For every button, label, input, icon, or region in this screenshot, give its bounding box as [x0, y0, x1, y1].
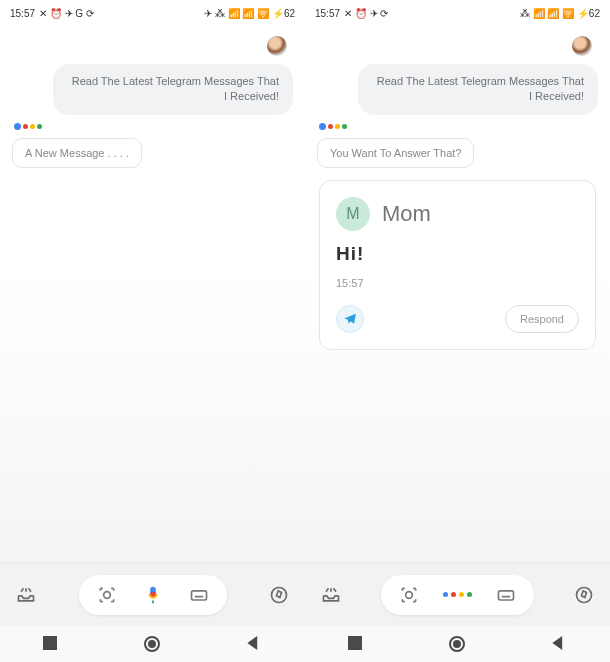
microphone-icon[interactable] — [141, 583, 165, 607]
inbox-icon[interactable] — [319, 583, 343, 607]
bottom-bar — [305, 562, 610, 626]
keyboard-icon[interactable] — [494, 583, 518, 607]
nav-back-icon[interactable] — [551, 636, 567, 652]
user-message-bubble: Read The Latest Telegram Messages That I… — [358, 64, 598, 115]
nav-home-icon[interactable] — [449, 636, 465, 652]
contact-name: Mom — [382, 201, 431, 227]
nav-home-icon[interactable] — [144, 636, 160, 652]
assistant-reply-bubble: You Want To Answer That? — [317, 138, 474, 168]
chat-area: Read The Latest Telegram Messages That I… — [0, 26, 305, 562]
inbox-icon[interactable] — [14, 583, 38, 607]
status-icons-right: ⁂ 📶 📶 🛜 ⚡62 — [520, 8, 600, 19]
nav-recent-icon[interactable] — [348, 636, 364, 652]
user-avatar[interactable] — [267, 36, 287, 56]
svg-point-0 — [103, 591, 110, 598]
nav-bar — [305, 626, 610, 662]
input-pill — [79, 575, 227, 615]
user-message-bubble: Read The Latest Telegram Messages That I… — [53, 64, 293, 115]
google-dots-icon[interactable] — [443, 592, 472, 597]
nav-recent-icon[interactable] — [43, 636, 59, 652]
assistant-icon — [12, 123, 293, 130]
nav-bar — [0, 626, 305, 662]
status-icons-right: ✈ ⁂ 📶 📶 🛜 ⚡62 — [204, 8, 295, 19]
compass-icon[interactable] — [572, 583, 596, 607]
telegram-icon[interactable] — [336, 305, 364, 333]
status-bar: 15:57 ✕ ⏰ ✈ G ⟳ ✈ ⁂ 📶 📶 🛜 ⚡62 — [0, 0, 305, 26]
message-body: Hi! — [336, 243, 579, 265]
bottom-bar — [0, 562, 305, 626]
svg-point-6 — [406, 591, 413, 598]
lens-icon[interactable] — [95, 583, 119, 607]
svg-point-5 — [148, 640, 156, 648]
keyboard-icon[interactable] — [187, 583, 211, 607]
status-time: 15:57 — [315, 8, 340, 19]
svg-rect-3 — [43, 636, 57, 650]
status-bar: 15:57 ✕ ⏰ ✈ ⟳ ⁂ 📶 📶 🛜 ⚡62 — [305, 0, 610, 26]
assistant-icon — [317, 123, 598, 130]
message-card: M Mom Hi! 15:57 Respond — [319, 180, 596, 350]
nav-back-icon[interactable] — [246, 636, 262, 652]
assistant-reply-bubble: A New Message . . . . — [12, 138, 142, 168]
lens-icon[interactable] — [397, 583, 421, 607]
input-pill — [381, 575, 534, 615]
message-time: 15:57 — [336, 277, 579, 289]
status-icons-left: ✕ ⏰ ✈ ⟳ — [344, 8, 388, 19]
svg-point-11 — [453, 640, 461, 648]
respond-button[interactable]: Respond — [505, 305, 579, 333]
chat-area: Read The Latest Telegram Messages That I… — [305, 26, 610, 562]
screen-left: 15:57 ✕ ⏰ ✈ G ⟳ ✈ ⁂ 📶 📶 🛜 ⚡62 Read The L… — [0, 0, 305, 662]
svg-rect-7 — [499, 590, 514, 599]
svg-point-2 — [272, 587, 287, 602]
screen-right: 15:57 ✕ ⏰ ✈ ⟳ ⁂ 📶 📶 🛜 ⚡62 Read The Lates… — [305, 0, 610, 662]
svg-rect-9 — [348, 636, 362, 650]
contact-avatar: M — [336, 197, 370, 231]
user-avatar[interactable] — [572, 36, 592, 56]
svg-rect-1 — [191, 590, 206, 599]
status-icons-left: ✕ ⏰ ✈ G ⟳ — [39, 8, 94, 19]
svg-point-8 — [577, 587, 592, 602]
compass-icon[interactable] — [267, 583, 291, 607]
status-time: 15:57 — [10, 8, 35, 19]
